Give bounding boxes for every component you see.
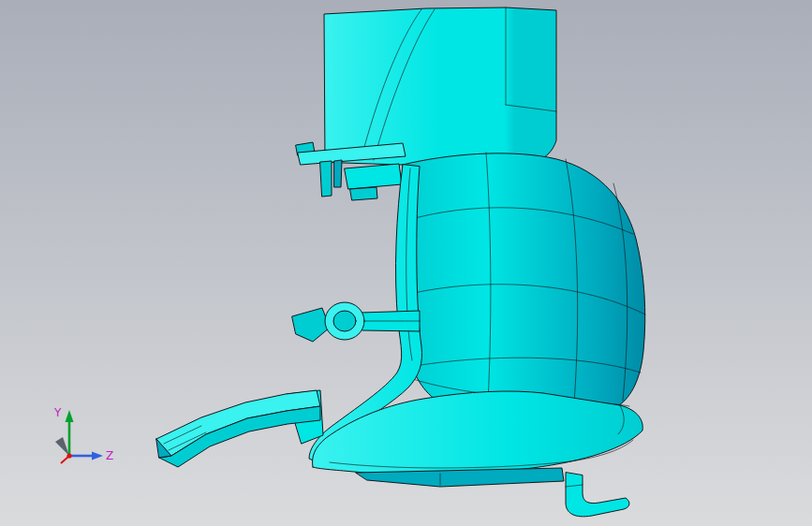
z-axis-arrowhead [92, 452, 103, 460]
bracket-lower-tab [350, 187, 377, 200]
boss-bore [333, 311, 356, 331]
x-axis-dot [66, 453, 71, 458]
cad-viewport[interactable]: Y Z [0, 0, 812, 526]
bracket-peg-1 [320, 161, 332, 197]
origin-cone [55, 437, 69, 456]
model-left-arm [156, 390, 323, 467]
bracket-peg-2 [334, 160, 342, 187]
axis-triad: Y Z [49, 402, 122, 481]
y-axis-label: Y [53, 406, 62, 419]
z-axis-label: Z [106, 449, 113, 462]
model-bottom-clip [566, 473, 629, 517]
y-axis-arrowhead [66, 410, 74, 422]
model-top-duct [324, 7, 556, 165]
body-surface [401, 153, 645, 405]
duct-face [324, 7, 556, 165]
boss-left-tab [292, 308, 330, 342]
model-3d-render[interactable] [0, 0, 812, 526]
model-main-body [401, 153, 645, 406]
clip-hook [566, 473, 629, 517]
model-top-bracket [296, 142, 406, 200]
bracket-lower-plate [345, 164, 402, 189]
